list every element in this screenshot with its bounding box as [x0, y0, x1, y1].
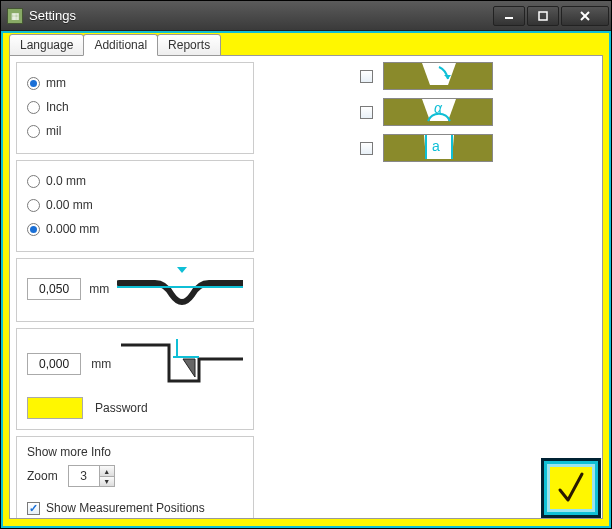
unit-inch-label: Inch [46, 100, 69, 114]
tabpage-additional: mm Inch mil 0.0 mm [9, 55, 603, 519]
checkbox-preview-a[interactable] [360, 142, 373, 155]
radio-inch[interactable] [27, 101, 40, 114]
password-color-box[interactable] [27, 397, 83, 419]
svg-text:α: α [434, 100, 443, 116]
threshold1-unit: mm [89, 282, 109, 296]
threshold2-group: 0,000 mm Password [16, 328, 254, 430]
threshold2-input[interactable]: 0,000 [27, 353, 81, 375]
precision-2-row[interactable]: 0.00 mm [27, 193, 243, 217]
close-button[interactable] [561, 6, 609, 26]
show-more-info-title: Show more Info [27, 445, 243, 459]
password-label: Password [95, 401, 148, 415]
show-measurement-positions-label: Show Measurement Positions [46, 501, 205, 515]
preview-alpha-thumb[interactable]: α [383, 98, 493, 126]
threshold1-input[interactable]: 0,050 [27, 278, 81, 300]
radio-mm[interactable] [27, 77, 40, 90]
zoom-up-button[interactable]: ▲ [100, 466, 114, 476]
show-measurement-positions-row[interactable]: Show Measurement Positions [27, 497, 243, 519]
tab-reports[interactable]: Reports [157, 34, 221, 56]
preview-a-row: a [360, 134, 520, 162]
tabstrip: Language Additional Reports [9, 33, 603, 55]
radio-precision-2[interactable] [27, 199, 40, 212]
tab-additional[interactable]: Additional [83, 34, 158, 56]
zoom-spinner[interactable]: 3 ▲ ▼ [68, 465, 115, 487]
window-title: Settings [29, 8, 493, 23]
unit-mm-label: mm [46, 76, 66, 90]
precision-1-label: 0.0 mm [46, 174, 86, 188]
maximize-button[interactable] [527, 6, 559, 26]
preview-angle-row [360, 62, 520, 90]
show-more-info-group: Show more Info Zoom 3 ▲ ▼ Sh [16, 436, 254, 519]
zoom-row: Zoom 3 ▲ ▼ [27, 465, 243, 487]
svg-rect-1 [539, 12, 547, 20]
preview-angle-thumb[interactable] [383, 62, 493, 90]
preview-alpha-row: α [360, 98, 520, 126]
left-column: mm Inch mil 0.0 mm [16, 62, 254, 519]
checkbox-preview-angle[interactable] [360, 70, 373, 83]
radio-precision-3[interactable] [27, 223, 40, 236]
tab-language[interactable]: Language [9, 34, 84, 56]
unit-mil-label: mil [46, 124, 61, 138]
unit-inch-row[interactable]: Inch [27, 95, 243, 119]
unit-mil-row[interactable]: mil [27, 119, 243, 143]
zoom-label: Zoom [27, 469, 58, 483]
minimize-button[interactable] [493, 6, 525, 26]
radio-mil[interactable] [27, 125, 40, 138]
precision-3-label: 0.000 mm [46, 222, 99, 236]
window-controls [493, 6, 609, 26]
checkbox-show-measurement-positions[interactable] [27, 502, 40, 515]
content-frame: Language Additional Reports mm Inch [1, 31, 611, 528]
app-icon: ▦ [7, 8, 23, 24]
precision-group: 0.0 mm 0.00 mm 0.000 mm [16, 160, 254, 252]
profile-groove-icon [117, 267, 243, 311]
svg-marker-8 [183, 359, 195, 377]
settings-window: ▦ Settings Language Additional Reports [0, 0, 612, 529]
precision-1-row[interactable]: 0.0 mm [27, 169, 243, 193]
ok-button[interactable] [541, 458, 601, 518]
preview-a-thumb[interactable]: a [383, 134, 493, 162]
unit-mm-row[interactable]: mm [27, 71, 243, 95]
threshold2-unit: mm [91, 357, 111, 371]
radio-precision-1[interactable] [27, 175, 40, 188]
units-group: mm Inch mil [16, 62, 254, 154]
precision-2-label: 0.00 mm [46, 198, 93, 212]
titlebar[interactable]: ▦ Settings [1, 1, 611, 31]
svg-text:a: a [432, 138, 440, 154]
zoom-down-button[interactable]: ▼ [100, 476, 114, 486]
profile-step-icon [117, 337, 243, 391]
threshold1-group: 0,050 mm [16, 258, 254, 322]
zoom-value[interactable]: 3 [69, 466, 99, 486]
checkbox-preview-alpha[interactable] [360, 106, 373, 119]
checkmark-icon [554, 468, 588, 508]
precision-3-row[interactable]: 0.000 mm [27, 217, 243, 241]
right-column: α a [360, 62, 520, 162]
svg-marker-5 [177, 267, 187, 273]
